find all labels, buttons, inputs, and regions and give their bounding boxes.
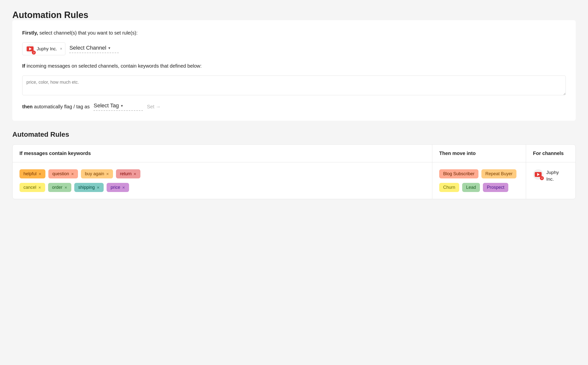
- automated-rules-title: Automated Rules: [12, 131, 576, 138]
- remove-cancel-icon[interactable]: ✕: [38, 186, 41, 190]
- select-tag-dropdown[interactable]: Select Tag ▾: [94, 102, 143, 111]
- juphy-logo-icon: J: [25, 44, 35, 54]
- automated-rules-section: Automated Rules If messages contain keyw…: [12, 131, 576, 199]
- tags-row-2: Churn Lead Prospect: [439, 183, 508, 192]
- instruction-1-rest: select channel(s) that you want to set r…: [39, 30, 138, 36]
- select-channel-label: Select Channel: [69, 45, 106, 51]
- instruction-2-bold: If: [22, 63, 25, 69]
- channel-cell-logo: J: [533, 169, 543, 180]
- keywords-input[interactable]: [22, 76, 566, 95]
- remove-return-icon[interactable]: ✕: [133, 172, 136, 176]
- for-channels-cell: J JuphyInc.: [526, 162, 575, 199]
- select-tag-label: Select Tag: [94, 102, 119, 109]
- keywords-cell: helpful ✕ question ✕ buy again ✕ return …: [13, 162, 432, 199]
- channel-cell-name: JuphyInc.: [546, 169, 559, 182]
- table-row: helpful ✕ question ✕ buy again ✕ return …: [13, 162, 575, 199]
- tag-row: then automatically flag / tag as Select …: [22, 102, 566, 111]
- chevron-down-icon-tag: ▾: [121, 103, 123, 108]
- channel-chip-juphy[interactable]: J Juphy Inc. ×: [22, 42, 65, 55]
- instruction-3-bold: then: [22, 104, 33, 109]
- instruction-2-rest: incoming messages on selected channels, …: [27, 63, 202, 69]
- keyword-chip-shipping: shipping ✕: [74, 183, 104, 192]
- channel-chip-name: Juphy Inc.: [37, 46, 57, 52]
- tag-chip-churn: Churn: [439, 183, 459, 192]
- remove-shipping-icon[interactable]: ✕: [97, 186, 100, 190]
- remove-price-icon[interactable]: ✕: [122, 186, 125, 190]
- set-button[interactable]: Set →: [147, 104, 161, 110]
- keyword-chip-order: order ✕: [48, 183, 71, 192]
- channel-chip-close[interactable]: ×: [60, 47, 62, 51]
- col-header-channels: For channels: [526, 145, 575, 162]
- remove-helpful-icon[interactable]: ✕: [38, 172, 41, 176]
- keywords-row-1: helpful ✕ question ✕ buy again ✕ return …: [19, 169, 140, 178]
- remove-question-icon[interactable]: ✕: [71, 172, 74, 176]
- keyword-chip-buy-again: buy again ✕: [81, 169, 113, 178]
- instruction-2: If incoming messages on selected channel…: [22, 62, 566, 70]
- tag-chip-lead: Lead: [462, 183, 480, 192]
- rules-table: If messages contain keywords Then move i…: [12, 144, 576, 199]
- page-title: Automation Rules: [12, 10, 576, 20]
- then-move-cell: Blog Subscriber Repeat Buyer Churn Lead …: [432, 162, 526, 199]
- instruction-1-bold: Firstly,: [22, 30, 38, 36]
- tag-chip-blog-subscriber: Blog Subscriber: [439, 169, 478, 178]
- keyword-chip-return: return ✕: [116, 169, 140, 178]
- tag-chip-repeat-buyer: Repeat Buyer: [481, 169, 516, 178]
- select-channel-dropdown[interactable]: Select Channel ▾: [69, 45, 119, 53]
- remove-buy-again-icon[interactable]: ✕: [106, 172, 109, 176]
- automation-rule-section: Firstly, select channel(s) that you want…: [12, 20, 576, 121]
- col-header-then: Then move into: [432, 145, 526, 162]
- keyword-chip-question: question ✕: [48, 169, 78, 178]
- keyword-chip-cancel: cancel ✕: [19, 183, 45, 192]
- channel-row: J Juphy Inc. × Select Channel ▾: [22, 42, 566, 55]
- keyword-chip-price: price ✕: [107, 183, 129, 192]
- instruction-1: Firstly, select channel(s) that you want…: [22, 29, 566, 37]
- table-header: If messages contain keywords Then move i…: [13, 145, 575, 162]
- col-header-keywords: If messages contain keywords: [13, 145, 432, 162]
- instruction-3-rest: automatically flag / tag as: [34, 104, 90, 109]
- tag-chip-prospect: Prospect: [483, 183, 508, 192]
- keyword-chip-helpful: helpful ✕: [19, 169, 45, 178]
- keywords-row-2: cancel ✕ order ✕ shipping ✕ price ✕: [19, 183, 129, 192]
- instruction-3: then automatically flag / tag as: [22, 103, 90, 110]
- tags-row-1: Blog Subscriber Repeat Buyer: [439, 169, 516, 178]
- chevron-down-icon: ▾: [108, 46, 110, 50]
- remove-order-icon[interactable]: ✕: [64, 186, 67, 190]
